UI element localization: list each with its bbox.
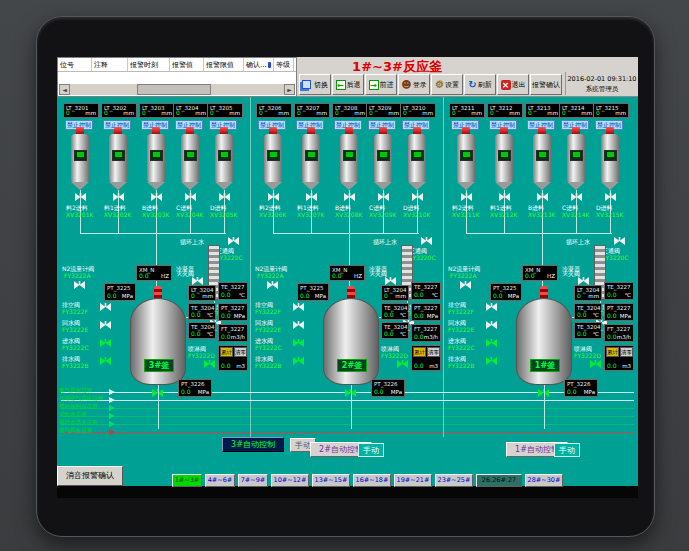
scrollbar-right-arrow-icon[interactable]: ►	[284, 84, 295, 95]
left-valve-icon[interactable]	[100, 357, 111, 365]
feed-tank-level-box: LT_32130mm	[525, 103, 561, 118]
switch-button[interactable]: 切换	[299, 74, 331, 95]
manual-button-2#[interactable]: 手动	[358, 443, 384, 457]
feed-valve-icon[interactable]	[113, 193, 124, 201]
left-valve-icon[interactable]	[293, 321, 304, 329]
kettle-tab-4#~6#[interactable]: 4#~6#	[205, 474, 235, 487]
rightcol-pressure-box-unit: MPa	[427, 313, 438, 319]
feed-valve-tag: XV3207K	[297, 211, 324, 218]
scrollbar-left-arrow-icon[interactable]: ◄	[59, 84, 70, 95]
left-valve-icon[interactable]	[486, 321, 497, 329]
left-valve-icon[interactable]	[100, 339, 111, 347]
alarm-table-scrollbar[interactable]: ◄ ►	[59, 84, 295, 95]
fire-valve-icon[interactable]	[192, 277, 203, 285]
n2-flow-valve-icon[interactable]	[460, 281, 471, 289]
feed-valve-tag: XV3212K	[490, 211, 517, 218]
login-button-label: 登录	[413, 80, 427, 90]
feed-tank-level-box-value: 0	[562, 109, 566, 116]
feed-valve-icon[interactable]	[151, 193, 162, 201]
feed-valve-icon[interactable]	[537, 193, 548, 201]
tank-cone	[374, 182, 392, 190]
section-separator	[443, 97, 444, 437]
feed-valve-icon[interactable]	[344, 193, 355, 201]
feed-valve-icon[interactable]	[268, 193, 279, 201]
alarm-ack-button[interactable]: 报警确认	[530, 74, 562, 95]
kettle-tab-26.26#.27[interactable]: 26.26#.27	[476, 474, 522, 487]
totalizer-accumulate-button[interactable]: 累计	[606, 347, 619, 357]
totalizer-accumulate-button[interactable]: 累计	[220, 347, 233, 357]
left-valve-icon[interactable]	[486, 357, 497, 365]
n2-flow-valve-icon[interactable]	[267, 281, 278, 289]
feed-tank-level-box-value: 0	[297, 109, 301, 116]
left-valve-icon[interactable]	[100, 321, 111, 329]
feed-tank-level-box-value: 0	[335, 109, 339, 116]
left-valve-tag: FY3222E	[62, 326, 88, 333]
login-button[interactable]: ☻登录	[398, 74, 430, 95]
kettle-tab-7#~9#[interactable]: 7#~9#	[238, 474, 268, 487]
left-valve-icon[interactable]	[486, 303, 497, 311]
spray-valve-icon[interactable]	[590, 360, 601, 368]
bottom-pressure-box: PT_32260.0MPa	[564, 379, 598, 397]
auto-control-button-3#[interactable]: 3#自动控制	[222, 437, 284, 452]
tank-level-bar	[77, 152, 84, 157]
bottom-pressure-box-value: 0.0	[567, 388, 577, 395]
left-valve-icon[interactable]	[293, 357, 304, 365]
three-way-valve-icon[interactable]	[228, 237, 239, 245]
kettle-tab-10#~12#[interactable]: 10#~12#	[271, 474, 309, 487]
n2-flow-valve-icon[interactable]	[74, 281, 85, 289]
settings-gear-icon: ⚙	[435, 80, 444, 90]
totalizer-accumulate-button[interactable]: 累计	[413, 347, 426, 357]
settings-button[interactable]: ⚙设置	[431, 74, 463, 95]
totalizer-reset-button[interactable]: 清零	[427, 347, 440, 357]
feed-tank-level-box-value: 0	[210, 109, 214, 116]
cooling-water-note: 循环上水	[180, 238, 204, 247]
feed-valve-icon[interactable]	[185, 193, 196, 201]
manual-button-1#[interactable]: 手动	[554, 443, 580, 457]
back-button[interactable]: ←后退	[332, 74, 364, 95]
three-way-valve-icon[interactable]	[421, 237, 432, 245]
left-valve-icon[interactable]	[293, 303, 304, 311]
left-valve-icon[interactable]	[486, 339, 497, 347]
mute-alarm-button[interactable]: 消音报警确认	[57, 466, 123, 486]
three-way-valve-icon[interactable]	[614, 237, 625, 245]
feed-valve-icon[interactable]	[499, 193, 510, 201]
feed-tank	[147, 134, 165, 182]
feed-valve-icon[interactable]	[75, 193, 86, 201]
totalizer-reset-button[interactable]: 清零	[234, 347, 247, 357]
fire-valve-icon[interactable]	[385, 277, 396, 285]
kettle-tab-13#~15#[interactable]: 13#~15#	[312, 474, 350, 487]
forward-button[interactable]: →前进	[365, 74, 397, 95]
reactor-temp1-box-unit: ℃	[593, 312, 599, 318]
feed-valve-icon[interactable]	[219, 193, 230, 201]
feed-valve-icon[interactable]	[461, 193, 472, 201]
left-valve-icon[interactable]	[100, 303, 111, 311]
kettle-tab-16#~18#[interactable]: 16#~18#	[353, 474, 391, 487]
spray-valve-icon[interactable]	[397, 360, 408, 368]
pipe	[544, 385, 545, 429]
exit-button[interactable]: ×退出	[497, 74, 529, 95]
pressure-box-value: 0.0	[107, 292, 117, 299]
feed-valve-icon[interactable]	[605, 193, 616, 201]
pressure-box: PT_32250.0MPa	[297, 283, 329, 301]
tank-cone	[109, 182, 127, 190]
kettle-tab-1#~3#[interactable]: 1#~3#	[172, 474, 202, 487]
spray-valve-icon[interactable]	[204, 360, 215, 368]
feed-valve-icon[interactable]	[306, 193, 317, 201]
feed-valve-icon[interactable]	[378, 193, 389, 201]
bottom-pressure-box-unit: MPa	[391, 389, 402, 395]
feed-valve-icon[interactable]	[571, 193, 582, 201]
totalizer-reset-button[interactable]: 清零	[620, 347, 633, 357]
feed-valve-icon[interactable]	[412, 193, 423, 201]
pipe	[80, 233, 226, 234]
tank-cone	[147, 182, 165, 190]
refresh-button[interactable]: ↻刷新	[464, 74, 496, 95]
kettle-tab-28#~30#[interactable]: 28#~30#	[525, 474, 563, 487]
scrollbar-thumb[interactable]	[137, 84, 211, 95]
kettle-tab-23#~25#[interactable]: 23#~25#	[435, 474, 473, 487]
kettle-tab-19#~21#[interactable]: 19#~21#	[394, 474, 432, 487]
alarm-column-label: 报警值	[172, 60, 193, 70]
alarm-column-0: 位号	[58, 58, 92, 71]
left-valve-icon[interactable]	[293, 339, 304, 347]
tank-level-window	[74, 150, 87, 161]
fire-valve-icon[interactable]	[578, 277, 589, 285]
